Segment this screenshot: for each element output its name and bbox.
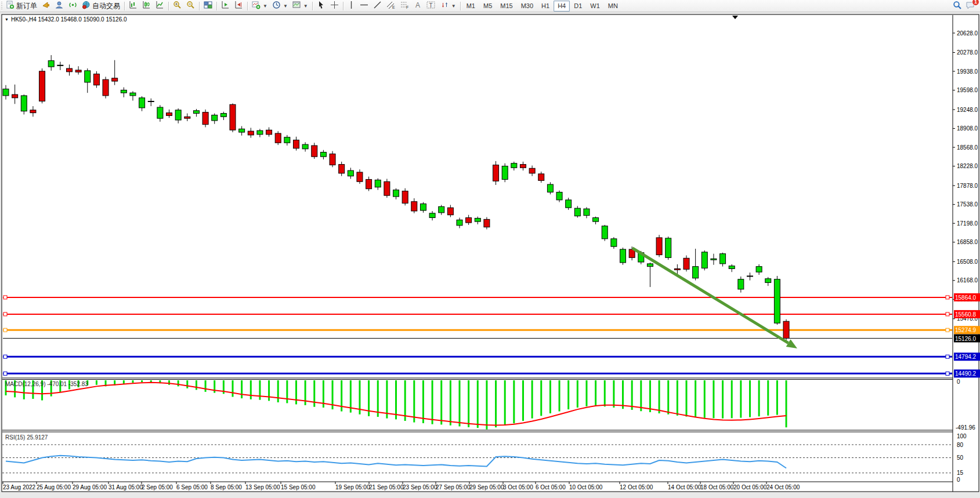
price-tick-label: 19598.0 (957, 87, 978, 93)
price-flag-label: 14490.2 (955, 370, 977, 377)
candle-body (656, 238, 662, 255)
time-tick-label: 15 Sep 05:00 (281, 484, 316, 490)
candle-body (312, 146, 317, 157)
trend-arrow-line[interactable] (632, 248, 789, 343)
candle-body (48, 61, 54, 67)
candle-body (384, 181, 390, 195)
candle-body (130, 93, 136, 96)
time-tick-label: 3 Oct 05:00 (503, 484, 533, 490)
candle-body (157, 107, 163, 118)
price-tick-label: 18568.0 (957, 144, 978, 151)
candle-body (57, 65, 63, 66)
candle-body (566, 200, 572, 208)
candle-body (293, 140, 299, 148)
candle-body (21, 96, 27, 111)
candle-body (547, 184, 553, 192)
macd-scale-top: 0 (957, 379, 960, 385)
candle-body (193, 111, 199, 114)
price-flag-label: 15560.8 (955, 311, 977, 318)
time-tick-label: 2 Sep 05:00 (142, 484, 173, 490)
candle-body (720, 254, 726, 264)
time-tick-label: 12 Oct 05:00 (620, 484, 653, 490)
hline-handle-left[interactable] (3, 372, 7, 375)
price-tick-label: 16508.0 (957, 259, 978, 265)
macd-scale-bottom: -491.96 (956, 424, 975, 431)
time-tick-label: 14 Oct 05:00 (668, 484, 701, 490)
hline-handle-left[interactable] (3, 355, 7, 358)
time-tick-label: 19 Sep 05:00 (335, 484, 370, 490)
candle-body (466, 217, 472, 223)
price-tick-label: 19938.0 (957, 68, 978, 75)
time-tick-label: 18 Oct 05:00 (700, 484, 734, 490)
time-tick-label: 31 Aug 05:00 (109, 484, 143, 490)
time-tick-label: 21 Sep 05:00 (369, 484, 404, 490)
candle-body (647, 264, 653, 267)
candle-body (75, 70, 81, 72)
price-tick-label: 20628.0 (957, 30, 978, 37)
candle-body (429, 213, 435, 218)
candle-body (30, 110, 36, 113)
candle-body (348, 170, 353, 176)
chart-title: ▼ HK50-,H4 15432.0 15468.0 15090.0 15126… (5, 16, 127, 23)
price-tick-label: 18908.0 (957, 125, 978, 132)
price-tick-label: 17878.0 (957, 183, 978, 189)
candle-body (774, 279, 780, 323)
candle-body (611, 239, 617, 246)
time-tick-label: 13 Sep 05:00 (245, 484, 280, 490)
candle-body (538, 174, 544, 180)
price-flag-label: 15864.0 (955, 295, 977, 301)
hline-handle-left[interactable] (3, 296, 7, 299)
hline-handle-right[interactable] (946, 312, 949, 316)
candle-body (593, 217, 599, 221)
candle-body (783, 321, 789, 338)
candle-body (239, 129, 245, 132)
hline-handle-right[interactable] (946, 296, 949, 299)
candle-body (167, 113, 172, 116)
price-tick-label: 18228.0 (957, 163, 978, 169)
candle-body (248, 131, 254, 135)
candle-body (493, 165, 499, 181)
candle-body (12, 94, 18, 98)
candle-body (302, 144, 308, 149)
price-flag-label: 14794.2 (955, 354, 977, 360)
candle-body (375, 180, 381, 187)
hline-handle-left[interactable] (3, 312, 7, 316)
candle-body (711, 259, 717, 260)
candle-body (93, 74, 99, 85)
candle-body (738, 279, 744, 289)
candle-body (620, 249, 626, 263)
candle-body (112, 78, 118, 81)
candle-body (729, 266, 735, 269)
rsi-scale-0: 0 (957, 477, 960, 483)
candle-body (284, 137, 290, 143)
hline-handle-left[interactable] (3, 328, 7, 332)
hline-handle-right[interactable] (946, 328, 949, 332)
chart-window-border (2, 14, 979, 492)
hline-handle-right[interactable] (946, 355, 949, 358)
candle-body (765, 279, 771, 283)
candle-body (103, 79, 109, 96)
candle-body (393, 190, 399, 197)
candle-body (584, 209, 590, 215)
chart-canvas[interactable]: 20628.020278.019938.019598.019248.018908… (0, 0, 980, 498)
candle-body (756, 267, 762, 272)
candle-body (148, 101, 154, 102)
candle-body (411, 202, 417, 211)
candle-body (39, 71, 45, 101)
hline-handle-right[interactable] (946, 372, 949, 375)
candle-body (574, 208, 580, 216)
time-tick-label: 6 Sep 05:00 (176, 484, 208, 490)
candle-body (175, 110, 181, 120)
chart-title-text: HK50-,H4 15432.0 15468.0 15090.0 15126.0 (11, 16, 127, 23)
candle-body (457, 220, 462, 226)
macd-label: MACD(12,26,9) -470.01 -352.83 (5, 381, 88, 387)
candle-body (257, 130, 263, 135)
candle-body (502, 166, 508, 179)
candle-body (202, 112, 208, 125)
shift-marker-icon[interactable] (732, 16, 738, 19)
time-tick-label: 8 Sep 05:00 (211, 484, 242, 490)
time-tick-label: 23 Sep 05:00 (403, 484, 437, 490)
collapse-icon[interactable]: ▼ (5, 17, 9, 21)
price-flag-label: 15274.9 (955, 327, 977, 333)
candle-body (420, 204, 426, 210)
